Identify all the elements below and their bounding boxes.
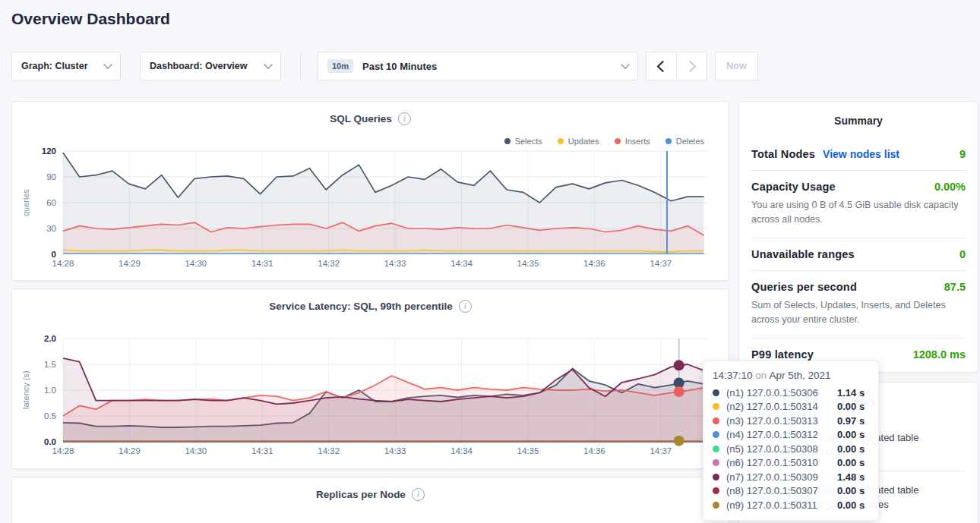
node-color-dot (713, 431, 719, 438)
tooltip-node-row: (n7) 127.0.0.1:503091.48 s (713, 470, 869, 484)
summary-row-value: 0.00% (934, 181, 966, 193)
node-color-dot (713, 474, 719, 480)
legend-dot (504, 138, 511, 144)
legend-label: Inserts (625, 137, 650, 146)
info-icon[interactable]: i (398, 112, 411, 125)
node-latency-value: 0.00 s (837, 485, 865, 496)
tooltip-node-row: (n5) 127.0.0.1:503080.00 s (713, 442, 869, 456)
chart-legend: SelectsUpdatesInsertsDeletes (504, 137, 704, 146)
node-address: (n9) 127.0.0.1:50311 (726, 499, 837, 511)
svg-text:14:29: 14:29 (119, 446, 141, 455)
summary-row-value: 87.5 (944, 281, 966, 293)
graph-dropdown-label: Graph: Cluster (21, 61, 88, 71)
node-latency-value: 1.14 s (837, 387, 865, 399)
summary-row: Capacity Usage0.00%You are using 0 B of … (751, 170, 966, 238)
svg-text:14:33: 14:33 (384, 259, 406, 268)
svg-text:14:33: 14:33 (384, 446, 406, 455)
node-address: (n4) 127.0.0.1:50312 (726, 429, 837, 440)
legend-item-deletes[interactable]: Deletes (665, 137, 704, 146)
summary-title: Summary (739, 102, 978, 138)
node-latency-value: 0.00 s (837, 457, 865, 468)
summary-row-value: 1208.0 ms (913, 348, 966, 361)
svg-text:30: 30 (46, 224, 56, 233)
tooltip-node-row: (n2) 127.0.0.1:503140.00 s (713, 400, 869, 414)
node-address: (n6) 127.0.0.1:50310 (726, 457, 837, 468)
tooltip-node-row: (n4) 127.0.0.1:503120.00 s (713, 428, 869, 443)
chevron-down-icon (103, 60, 112, 68)
svg-text:2.0: 2.0 (44, 334, 56, 343)
prev-time-button[interactable] (646, 52, 676, 80)
node-address: (n5) 127.0.0.1:50308 (726, 443, 837, 455)
next-time-button[interactable] (676, 52, 707, 80)
svg-text:14:31: 14:31 (251, 259, 273, 268)
summary-row-label: Total Nodes (751, 148, 815, 160)
dashboard-dropdown[interactable]: Dashboard: Overview (140, 52, 281, 80)
chevron-down-icon (621, 60, 629, 68)
page-title: Overview Dashboard (11, 10, 170, 28)
legend-dot (558, 138, 564, 144)
svg-text:14:34: 14:34 (450, 259, 473, 268)
svg-text:14:36: 14:36 (583, 446, 605, 455)
chart-title: Service Latency: SQL, 99th percentile (269, 301, 453, 312)
graph-dropdown[interactable]: Graph: Cluster (11, 52, 121, 80)
node-color-dot (713, 389, 719, 396)
legend-item-selects[interactable]: Selects (504, 137, 542, 146)
info-icon[interactable]: i (412, 488, 425, 501)
node-color-dot (713, 459, 719, 466)
node-latency-value: 1.48 s (837, 471, 865, 483)
replicas-per-node-card: Replicas per Node i (11, 477, 729, 523)
summary-row: Total NodesView nodes list9 (751, 138, 966, 170)
chart-title: SQL Queries (330, 113, 392, 124)
node-address: (n3) 127.0.0.1:50313 (726, 415, 837, 427)
toolbar-divider (300, 52, 301, 80)
summary-row-label: Capacity Usage (751, 181, 836, 193)
legend-dot (615, 138, 621, 144)
node-latency-value: 0.00 s (837, 429, 865, 440)
svg-text:14:37: 14:37 (650, 259, 672, 268)
info-icon[interactable]: i (459, 300, 472, 313)
svg-text:0.5: 0.5 (44, 411, 56, 421)
tooltip-node-row: (n8) 127.0.0.1:503070.00 s (713, 484, 869, 499)
summary-row-description: Sum of Selects, Updates, Inserts, and De… (751, 298, 966, 328)
summary-row-label: P99 latency (751, 348, 814, 361)
chart-hover-tooltip: 14:37:10 on Apr 5th, 2021 (n1) 127.0.0.1… (703, 361, 879, 521)
summary-row: Unavailable ranges0 (751, 238, 966, 270)
svg-text:14:28: 14:28 (52, 446, 74, 455)
time-range-badge: 10m (327, 59, 353, 73)
svg-text:0.0: 0.0 (44, 437, 56, 446)
legend-label: Selects (515, 137, 542, 146)
node-color-dot (713, 446, 719, 452)
svg-text:1.0: 1.0 (44, 386, 56, 395)
summary-row-label: Queries per second (751, 281, 857, 293)
svg-text:14:32: 14:32 (318, 446, 340, 455)
chevron-down-icon (264, 60, 272, 68)
chevron-left-icon (657, 60, 669, 72)
summary-row-value: 0 (959, 248, 966, 260)
now-button[interactable]: Now (715, 52, 758, 80)
latency-chart[interactable]: 14:2814:2914:3014:3114:3214:3314:3414:35… (20, 333, 722, 462)
svg-text:0: 0 (52, 250, 56, 259)
summary-row-label: Unavailable ranges (751, 248, 855, 260)
node-latency-value: 0.00 s (837, 499, 865, 511)
service-latency-card: Service Latency: SQL, 99th percentile i … (11, 288, 729, 469)
view-nodes-list-link[interactable]: View nodes list (823, 148, 899, 160)
node-address: (n1) 127.0.0.1:50306 (726, 387, 837, 399)
svg-text:14:31: 14:31 (251, 446, 273, 455)
svg-text:14:35: 14:35 (517, 446, 539, 455)
node-address: (n2) 127.0.0.1:50314 (726, 401, 837, 412)
node-color-dot (713, 487, 719, 494)
time-range-select[interactable]: 10m Past 10 Minutes (318, 52, 638, 80)
sql-queries-chart[interactable]: 14:2814:2914:3014:3114:3214:3314:3414:35… (20, 146, 722, 275)
summary-rows: Total NodesView nodes list9Capacity Usag… (739, 138, 978, 370)
tooltip-node-row: (n9) 127.0.0.1:503110.00 s (713, 498, 869, 512)
summary-panel: Summary Total NodesView nodes list9Capac… (738, 101, 978, 373)
svg-text:14:30: 14:30 (185, 446, 207, 455)
legend-dot (665, 138, 672, 144)
svg-text:14:32: 14:32 (318, 259, 340, 268)
legend-label: Updates (568, 137, 599, 146)
legend-item-inserts[interactable]: Inserts (615, 137, 650, 146)
legend-item-updates[interactable]: Updates (558, 137, 599, 146)
dashboard-dropdown-label: Dashboard: Overview (150, 61, 248, 71)
svg-text:14:34: 14:34 (450, 446, 473, 455)
tooltip-node-row: (n6) 127.0.0.1:503100.00 s (713, 456, 869, 471)
